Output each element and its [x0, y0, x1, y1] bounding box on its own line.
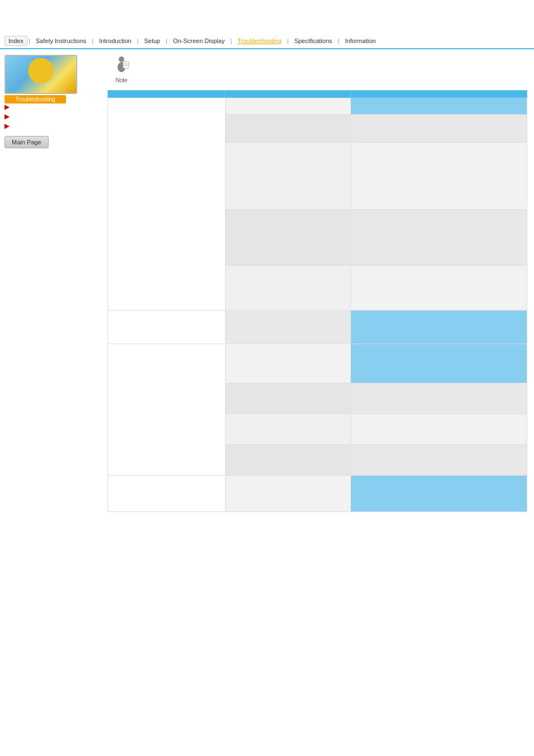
nav-troubleshooting[interactable]: Troubleshooting — [233, 36, 285, 46]
table-cell-r6c2 — [225, 311, 351, 344]
sidebar-arrow-2[interactable]: ▶ — [4, 112, 100, 120]
table-cell-r4c3 — [351, 210, 527, 266]
navigation-bar: Index | Safety Instructions | Introducti… — [0, 34, 534, 49]
table-cell-r5c2 — [225, 266, 351, 311]
monitor-thumbnail: Troubleshooting — [4, 55, 88, 100]
nav-information[interactable]: Information — [340, 36, 380, 46]
table-header-col2 — [225, 91, 351, 98]
troubleshooting-table — [107, 90, 527, 512]
nav-sep-2: | — [91, 37, 95, 44]
table-cell-r1c3 — [351, 98, 527, 115]
nav-onscreen-display[interactable]: On-Screen Display — [168, 36, 229, 46]
note-label: Note — [115, 77, 127, 83]
table-row — [108, 344, 527, 383]
table-cell-r10c2 — [225, 445, 351, 476]
nav-sep-1: | — [27, 37, 31, 44]
table-cell-r10c3 — [351, 445, 527, 476]
sidebar-arrow-3[interactable]: ▶ — [4, 122, 100, 130]
table-cell-r3c3 — [351, 143, 527, 210]
nav-sep-5: | — [229, 37, 233, 44]
table-cell-r11c1 — [108, 476, 226, 512]
note-icon: Note — [113, 55, 130, 83]
table-cell-r2c3 — [351, 115, 527, 143]
note-person-icon — [113, 55, 130, 77]
table-cell-r11c3 — [351, 476, 527, 512]
table-cell-r6c3 — [351, 311, 527, 344]
main-page-button[interactable]: Main Page — [4, 136, 49, 148]
table-row — [108, 476, 527, 512]
sidebar-arrow-1[interactable]: ▶ — [4, 103, 100, 111]
table-cell-r1c2 — [225, 98, 351, 115]
table-header-col1 — [108, 91, 226, 98]
table-cell-r5c3 — [351, 266, 527, 311]
table-row — [108, 311, 527, 344]
table-cell-r8c2 — [225, 383, 351, 414]
note-area: Note — [107, 55, 527, 83]
nav-specifications[interactable]: Specifications — [290, 36, 337, 46]
nav-sep-3: | — [136, 37, 140, 44]
svg-rect-2 — [123, 62, 129, 68]
table-cell-r4c2 — [225, 210, 351, 266]
svg-point-0 — [119, 57, 124, 62]
table-cell-r8c3 — [351, 383, 527, 414]
table-cell-r9c3 — [351, 414, 527, 445]
page-layout: Troubleshooting ▶ ▶ ▶ Main Page — [0, 49, 534, 518]
nav-setup[interactable]: Setup — [139, 36, 165, 46]
nav-introduction[interactable]: Introduction — [95, 36, 135, 46]
nav-sep-6: | — [286, 37, 290, 44]
table-cell-r11c2 — [225, 476, 351, 512]
monitor-screen — [4, 55, 77, 94]
note-svg-icon — [113, 55, 130, 75]
monitor-label: Troubleshooting — [4, 95, 66, 104]
table-cell-r2c2 — [225, 115, 351, 143]
table-cell-r7c3 — [351, 344, 527, 383]
table-cell-r6c1 — [108, 311, 226, 344]
table-cell-r7c1 — [108, 344, 226, 476]
main-content: Note — [105, 55, 530, 512]
nav-index[interactable]: Index — [4, 36, 27, 46]
table-cell-r3c2 — [225, 143, 351, 210]
nav-sep-4: | — [165, 37, 168, 44]
sidebar: Troubleshooting ▶ ▶ ▶ Main Page — [4, 55, 105, 512]
table-cell-r9c2 — [225, 414, 351, 445]
table-header-row — [108, 91, 527, 98]
nav-safety-instructions[interactable]: Safety Instructions — [31, 36, 91, 46]
nav-sep-7: | — [337, 37, 341, 44]
table-cell-r7c2 — [225, 344, 351, 383]
table-cell-r1c1 — [108, 98, 226, 311]
table-header-col3 — [351, 91, 527, 98]
table-row — [108, 98, 527, 115]
